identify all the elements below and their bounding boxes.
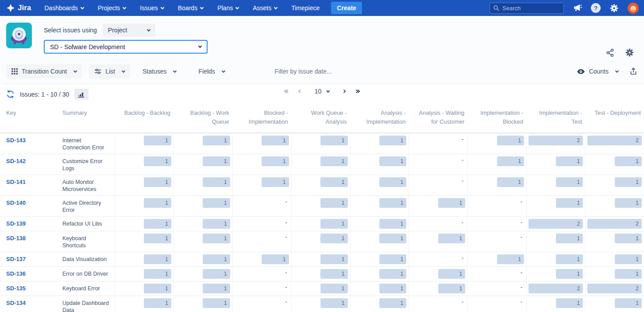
export-icon[interactable] bbox=[630, 67, 637, 75]
fields-select[interactable]: Fields bbox=[193, 64, 230, 78]
count-cell: - bbox=[232, 296, 291, 312]
issue-summary: Customize Error Logs bbox=[62, 154, 115, 175]
count-cell: - bbox=[409, 154, 467, 175]
count-bar: 1 bbox=[203, 219, 230, 229]
issue-key-link[interactable]: SD-138 bbox=[6, 235, 26, 242]
gadget-settings-icon[interactable] bbox=[625, 48, 634, 57]
count-bar: 1 bbox=[320, 136, 347, 145]
settings-gear-icon[interactable] bbox=[609, 4, 619, 13]
column-header[interactable]: Analysis - Waiting for Customer bbox=[409, 108, 467, 126]
statuses-select[interactable]: Statuses bbox=[137, 64, 181, 78]
jira-logo[interactable]: Jira bbox=[6, 4, 31, 12]
column-header-summary[interactable]: Summary bbox=[62, 108, 115, 126]
jira-mark-icon bbox=[6, 4, 15, 12]
count-bar: 1 bbox=[262, 156, 289, 166]
column-header[interactable]: Work Queue - Analysis bbox=[291, 108, 350, 126]
count-cell: 1 bbox=[350, 231, 409, 252]
count-cell: 1 bbox=[526, 231, 585, 252]
count-cell: 1 bbox=[291, 296, 350, 312]
column-header[interactable]: Analysis - Implementation bbox=[350, 108, 409, 126]
help-icon[interactable]: ? bbox=[591, 3, 601, 13]
table-row: SD-137 Data Visualization 11111-111 bbox=[0, 252, 644, 267]
column-header[interactable]: Backlog - Work Queue bbox=[174, 108, 232, 126]
issue-key-link[interactable]: SD-134 bbox=[6, 300, 26, 306]
issue-key-link[interactable]: SD-141 bbox=[6, 179, 26, 185]
last-page-button[interactable] bbox=[355, 90, 359, 93]
user-avatar[interactable] bbox=[628, 3, 639, 14]
table-row: SD-143 Internet Connection Error 11111-1… bbox=[0, 133, 644, 154]
column-header[interactable]: Implementation - Blocked bbox=[467, 108, 526, 126]
count-cell: 1 bbox=[232, 133, 291, 154]
count-cell: 1 bbox=[174, 267, 232, 281]
column-header[interactable]: Implementation - Test bbox=[526, 108, 585, 126]
issue-key-link[interactable]: SD-140 bbox=[6, 199, 26, 206]
count-bar: 1 bbox=[144, 156, 171, 166]
count-bar: 1 bbox=[144, 219, 171, 229]
nav-dashboards[interactable]: Dashboards bbox=[44, 4, 84, 12]
refresh-icon[interactable] bbox=[6, 90, 15, 98]
count-cell: 1 bbox=[409, 196, 467, 216]
issue-key-cell: SD-134 bbox=[0, 296, 62, 312]
column-header[interactable]: Backlog - Backlog bbox=[115, 108, 174, 126]
project-select[interactable]: SD - Sofware Development bbox=[44, 40, 208, 54]
nav-plans[interactable]: Plans bbox=[217, 4, 239, 12]
next-page-button[interactable] bbox=[343, 90, 345, 93]
count-cell: 1 bbox=[174, 252, 232, 266]
issue-key-link[interactable]: SD-142 bbox=[6, 158, 26, 164]
page-size-select[interactable]: 10 bbox=[315, 88, 330, 95]
count-bar: 1 bbox=[615, 177, 642, 187]
count-bar: 1 bbox=[379, 234, 406, 243]
issue-key-link[interactable]: SD-136 bbox=[6, 270, 26, 277]
column-header-key[interactable]: Key bbox=[0, 108, 62, 126]
app-logo bbox=[6, 23, 32, 48]
nav-boards[interactable]: Boards bbox=[178, 4, 203, 12]
count-cell: 1 bbox=[115, 133, 174, 154]
chart-view-button[interactable] bbox=[74, 89, 89, 100]
count-cell: 1 bbox=[350, 252, 409, 266]
nav-assets[interactable]: Assets bbox=[253, 4, 277, 12]
nav-timepiece[interactable]: Timepiece bbox=[291, 4, 320, 12]
count-cell: 1 bbox=[174, 296, 232, 312]
count-bar: 1 bbox=[144, 177, 171, 187]
count-cell: 1 bbox=[585, 196, 644, 216]
share-icon[interactable] bbox=[606, 48, 614, 57]
column-header[interactable]: Test - Deployment bbox=[585, 108, 644, 126]
issue-date-filter-input[interactable] bbox=[275, 68, 372, 75]
layout-select[interactable]: List bbox=[89, 64, 130, 78]
announcements-icon[interactable] bbox=[573, 4, 582, 12]
previous-page-button[interactable] bbox=[299, 90, 301, 93]
count-cell: 2 bbox=[526, 133, 585, 154]
empty-count-marker: - bbox=[521, 234, 524, 240]
issue-key-link[interactable]: SD-143 bbox=[6, 137, 26, 144]
grid-icon bbox=[12, 68, 18, 74]
count-bar: 1 bbox=[556, 234, 583, 243]
count-bar: 1 bbox=[556, 298, 583, 308]
count-bar: 1 bbox=[556, 269, 583, 279]
first-page-button[interactable] bbox=[285, 90, 289, 93]
create-button[interactable]: Create bbox=[331, 2, 362, 14]
count-bar: 2 bbox=[528, 136, 583, 145]
empty-count-marker: - bbox=[285, 234, 289, 240]
issue-summary: Data Visualization bbox=[62, 252, 115, 266]
count-cell: - bbox=[409, 217, 467, 231]
issue-source-mode-select[interactable]: Project bbox=[103, 23, 155, 37]
table-header-row: Key Summary Backlog - Backlog Backlog - … bbox=[0, 103, 644, 133]
count-cell: - bbox=[467, 231, 526, 252]
nav-issues[interactable]: Issues bbox=[140, 4, 163, 12]
nav-projects[interactable]: Projects bbox=[98, 4, 126, 12]
count-bar: 1 bbox=[144, 136, 171, 145]
count-bar: 1 bbox=[497, 156, 524, 166]
count-cell: 1 bbox=[174, 175, 232, 195]
search-input[interactable] bbox=[490, 3, 564, 14]
count-bar: 1 bbox=[320, 177, 347, 187]
counts-select[interactable]: Counts bbox=[577, 64, 618, 78]
chevron-down-icon bbox=[73, 69, 77, 72]
issue-key-cell: SD-136 bbox=[0, 267, 62, 281]
issue-key-link[interactable]: SD-135 bbox=[6, 285, 26, 292]
count-cell: 1 bbox=[409, 267, 467, 281]
issue-key-link[interactable]: SD-139 bbox=[6, 220, 26, 227]
column-header[interactable]: Blocked - Implementation bbox=[232, 108, 291, 126]
issue-key-link[interactable]: SD-137 bbox=[6, 256, 26, 262]
count-bar: 1 bbox=[497, 177, 524, 187]
view-type-select[interactable]: Transition Count bbox=[6, 64, 82, 78]
